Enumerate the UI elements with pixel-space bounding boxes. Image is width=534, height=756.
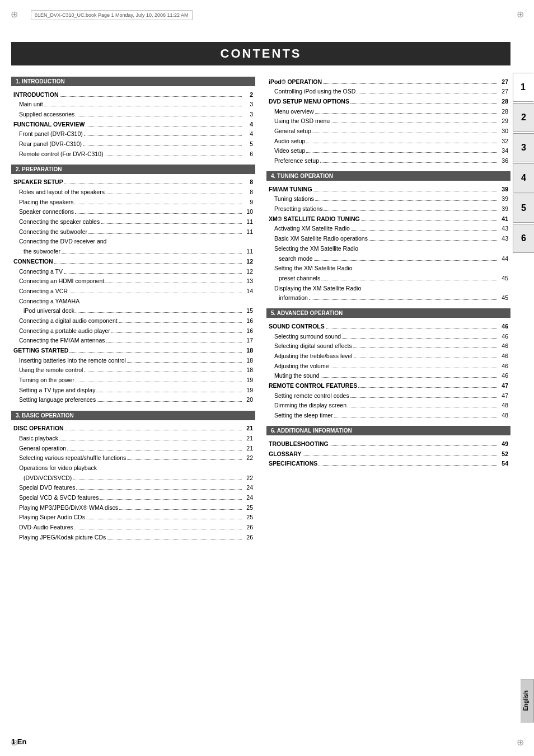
toc-connecting-vcr: Connecting a VCR 14 bbox=[11, 286, 255, 296]
toc-tuning-stations: Tuning stations 39 bbox=[266, 194, 510, 204]
toc-setting-language: Setting language preferences 20 bbox=[11, 395, 255, 405]
tab-strip: 1 2 3 4 5 6 bbox=[513, 73, 534, 254]
toc-presetting-stations: Presetting stations 39 bbox=[266, 204, 510, 214]
toc-activating-xm: Activating XM Satellite Radio 43 bbox=[266, 224, 510, 234]
toc-search-mode: search mode 44 bbox=[266, 253, 510, 264]
toc-specifications: SPECIFICATIONS 54 bbox=[266, 459, 510, 469]
corner-mark-tr: ⊕ bbox=[512, 6, 528, 22]
toc-general-setup: General setup 30 bbox=[266, 126, 510, 136]
toc-dvd-audio: DVD-Audio Features 26 bbox=[11, 523, 255, 533]
toc-xm-tuning: XM® SATELLITE RADIO TUNING 41 bbox=[266, 214, 510, 224]
toc-connecting-dvd-line2: the subwoofer 11 bbox=[11, 247, 255, 257]
toc-sleep-timer: Setting the sleep timer 48 bbox=[266, 411, 510, 421]
toc-setting-rc-codes: Setting remote control codes 47 bbox=[266, 391, 510, 401]
toc-connecting-antennas: Connecting the FM/AM antennas 17 bbox=[11, 336, 255, 346]
tab-5[interactable]: 5 bbox=[513, 194, 534, 223]
toc-selecting-xm-line1: Selecting the XM Satellite Radio bbox=[266, 243, 510, 253]
toc-connecting-dvd-line1: Connecting the DVD receiver and bbox=[11, 237, 255, 247]
toc-connecting-yamaha-line1: Connecting a YAMAHA bbox=[11, 296, 255, 306]
section-header-preparation: 2. PREPARATION bbox=[11, 165, 255, 174]
toc-connecting-portable: Connecting a portable audio player 16 bbox=[11, 326, 255, 336]
toc-connecting-cables: Connecting the speaker cables 11 bbox=[11, 217, 255, 227]
toc-connecting-subwoofer: Connecting the subwoofer 11 bbox=[11, 227, 255, 237]
toc-general-operation: General operation 21 bbox=[11, 443, 255, 453]
toc-mp3-jpeg: Playing MP3/JPEG/DivX® WMA discs 25 bbox=[11, 503, 255, 513]
toc-functional-overview: FUNCTIONAL OVERVIEW 4 bbox=[11, 119, 255, 129]
tab-1[interactable]: 1 bbox=[513, 73, 534, 102]
toc-video-playback-line1: Operations for video playback bbox=[11, 463, 255, 473]
toc-turning-on: Turning on the power 19 bbox=[11, 375, 255, 386]
toc-preference-setup: Preference setup 36 bbox=[266, 156, 510, 166]
toc-basic-xm-ops: Basic XM Satellite Radio operations 43 bbox=[266, 234, 510, 244]
ipod-dvd-section: iPod® OPERATION 27 Controlling iPod usin… bbox=[266, 77, 510, 166]
toc-supplied-accessories: Supplied accessories 3 bbox=[11, 109, 255, 119]
toc-preset-channels: preset channels 45 bbox=[266, 273, 510, 283]
toc-glossary: GLOSSARY 52 bbox=[266, 449, 510, 459]
toc-disc-operation: DISC OPERATION 21 bbox=[11, 424, 255, 434]
toc-adjusting-volume: Adjusting the volume 46 bbox=[266, 361, 510, 371]
section-header-tuning: 4. TUNING OPERATION bbox=[266, 171, 510, 181]
toc-connection: CONNECTION 12 bbox=[11, 256, 255, 266]
toc-jpeg-kodak: Playing JPEG/Kodak picture CDs 26 bbox=[11, 532, 255, 542]
toc-muting-sound: Muting the sound 46 bbox=[266, 371, 510, 381]
file-info: 01EN_DVX-C310_UC.book Page 1 Monday, Jul… bbox=[31, 10, 193, 20]
section-header-additional: 6. ADDITIONAL INFORMATION bbox=[266, 426, 510, 435]
footer-page-number: 1 En bbox=[11, 738, 26, 746]
toc-surround-sound: Selecting surround sound 46 bbox=[266, 331, 510, 341]
section-header-advanced: 5. ADVANCED OPERATION bbox=[266, 308, 510, 318]
contents-title: CONTENTS bbox=[11, 42, 510, 65]
toc-video-setup: Video setup 34 bbox=[266, 146, 510, 156]
toc-dimming-display: Dimming the display screen 48 bbox=[266, 401, 510, 411]
toc-osd-menu: Using the OSD menu 29 bbox=[266, 116, 510, 126]
tab-4[interactable]: 4 bbox=[513, 163, 534, 192]
section-header-basic-operation: 3. BASIC OPERATION bbox=[11, 411, 255, 420]
toc-special-vcd: Special VCD & SVCD features 24 bbox=[11, 492, 255, 503]
toc-setting-xm-line1: Setting the XM Satellite Radio bbox=[266, 264, 510, 274]
toc-audio-setup: Audio setup 32 bbox=[266, 136, 510, 146]
toc-super-audio: Playing Super Audio CDs 25 bbox=[11, 513, 255, 523]
toc-introduction: INTRODUCTION 2 bbox=[11, 90, 255, 100]
toc-ipod-dock: iPod universal dock 15 bbox=[11, 306, 255, 316]
page-wrapper: ⊕ ⊕ ⊕ ⊕ 01EN_DVX-C310_UC.book Page 1 Mon… bbox=[0, 0, 534, 756]
toc-basic-playback: Basic playback 21 bbox=[11, 433, 255, 443]
toc-digital-sound-effects: Selecting digital sound effects 46 bbox=[266, 341, 510, 351]
right-column: iPod® OPERATION 27 Controlling iPod usin… bbox=[266, 77, 510, 542]
tab-3[interactable]: 3 bbox=[513, 133, 534, 162]
english-tab: English bbox=[521, 679, 534, 722]
toc-controlling-ipod: Controlling iPod using the OSD 27 bbox=[266, 87, 510, 97]
toc-remote-control: Remote control (For DVR-C310) 6 bbox=[11, 149, 255, 159]
toc-rear-panel: Rear panel (DVR-C310) 5 bbox=[11, 139, 255, 149]
toc-getting-started: GETTING STARTED 18 bbox=[11, 346, 255, 356]
toc-front-panel: Front panel (DVR-C310) 4 bbox=[11, 129, 255, 139]
toc-dvd-vcd-svcd: (DVD/VCD/SVCD) 22 bbox=[11, 473, 255, 483]
toc-placing-speakers: Placing the speakers 9 bbox=[11, 197, 255, 207]
toc-displaying-xm-line1: Displaying the XM Satellite Radio bbox=[266, 283, 510, 293]
toc-remote-control-features: REMOTE CONTROL FEATURES 47 bbox=[266, 381, 510, 391]
tab-2[interactable]: 2 bbox=[513, 103, 534, 132]
toc-roles-layout: Roles and layout of the speakers 8 bbox=[11, 187, 255, 198]
toc-xm-information: information 45 bbox=[266, 293, 510, 303]
main-content: CONTENTS 1. INTRODUCTION INTRODUCTION 2 … bbox=[11, 0, 510, 576]
toc-ipod-operation: iPod® OPERATION 27 bbox=[266, 77, 510, 87]
two-col-layout: 1. INTRODUCTION INTRODUCTION 2 Main unit… bbox=[11, 77, 510, 542]
toc-using-remote: Using the remote control 18 bbox=[11, 365, 255, 375]
toc-menu-overview: Menu overview 28 bbox=[266, 106, 510, 116]
toc-speaker-connections: Speaker connections 10 bbox=[11, 207, 255, 217]
toc-inserting-batteries: Inserting batteries into the remote cont… bbox=[11, 355, 255, 365]
toc-repeat-shuffle: Selecting various repeat/shuffle functio… bbox=[11, 453, 255, 463]
toc-special-dvd: Special DVD features 24 bbox=[11, 483, 255, 493]
tab-6[interactable]: 6 bbox=[513, 224, 534, 253]
toc-connecting-digital-audio: Connecting a digital audio component 16 bbox=[11, 316, 255, 326]
toc-treble-bass: Adjusting the treble/bass level 46 bbox=[266, 351, 510, 361]
toc-fmam-tuning: FM/AM TUNING 39 bbox=[266, 184, 510, 194]
toc-troubleshooting: TROUBLESHOOTING 49 bbox=[266, 439, 510, 449]
toc-setting-tv-type: Setting a TV type and display 19 bbox=[11, 385, 255, 395]
corner-mark-br: ⊕ bbox=[512, 734, 528, 750]
toc-main-unit: Main unit 3 bbox=[11, 100, 255, 110]
left-column: 1. INTRODUCTION INTRODUCTION 2 Main unit… bbox=[11, 77, 255, 542]
toc-connecting-hdmi: Connecting an HDMI component 13 bbox=[11, 276, 255, 287]
toc-sound-controls: SOUND CONTROLS 46 bbox=[266, 321, 510, 331]
section-header-introduction: 1. INTRODUCTION bbox=[11, 77, 255, 86]
toc-connecting-tv: Connecting a TV 12 bbox=[11, 266, 255, 276]
toc-dvd-setup-menu: DVD SETUP MENU OPTIONS 28 bbox=[266, 96, 510, 106]
